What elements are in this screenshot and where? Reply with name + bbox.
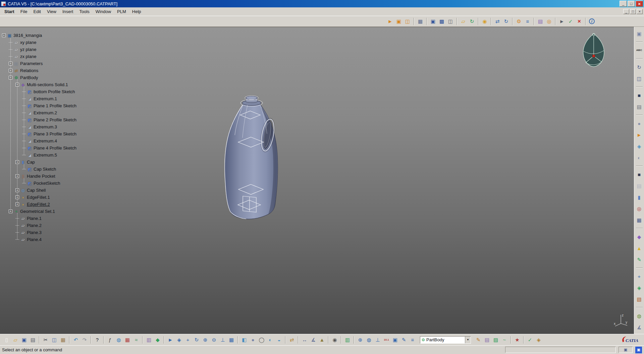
compass[interactable] — [580, 32, 608, 71]
compass-handle[interactable] — [593, 55, 595, 57]
apply-material-icon[interactable]: ◍ — [365, 336, 373, 344]
menu-insert[interactable]: Insert — [59, 8, 76, 15]
undo-icon[interactable]: ↶ — [72, 336, 80, 344]
tree-label[interactable]: Plane 2 Profile Sketch — [34, 117, 76, 122]
fit-all-in-icon[interactable]: ◈ — [175, 336, 183, 344]
tree-item[interactable]: ▱Plane.2 — [2, 222, 76, 229]
tree-item[interactable]: ◢Extremum.2 — [2, 109, 76, 116]
formula-icon[interactable]: ƒ — [106, 336, 114, 344]
mdi-restore-button[interactable]: □ — [630, 9, 636, 14]
tree-label[interactable]: Handle Pocket — [27, 174, 55, 179]
catalog-browser-icon[interactable]: ▤ — [536, 17, 544, 25]
redo-icon[interactable]: ↷ — [80, 336, 89, 344]
design-table-icon[interactable]: ▦ — [123, 336, 131, 344]
menu-view[interactable]: View — [44, 8, 59, 15]
pan-icon[interactable]: + — [184, 336, 192, 344]
abc-annotation-icon[interactable]: ABC — [635, 46, 643, 54]
annotate-icon[interactable]: ✎ — [400, 336, 408, 344]
tree-expander[interactable]: + — [9, 69, 12, 72]
fly-mode-icon[interactable]: ► — [166, 336, 174, 344]
tree-label[interactable]: PocketSketch — [34, 181, 60, 186]
tree-item[interactable]: +▤Parameters — [2, 60, 76, 67]
mdi-minimize-button[interactable]: _ — [623, 9, 629, 14]
tree-item[interactable]: +◗EdgeFillet.1 — [2, 194, 76, 201]
mdi-close-button[interactable]: × — [637, 9, 643, 14]
preview-window-icon[interactable]: ◫ — [404, 17, 412, 25]
tree-label[interactable]: Plane.3 — [27, 230, 42, 235]
tree-item[interactable]: +◗EdgeFillet.2 — [2, 201, 76, 208]
graduations-icon[interactable]: ▥ — [343, 336, 352, 344]
axis-system-icon[interactable]: ⊥ — [374, 336, 382, 344]
insert-object-icon[interactable]: ⊕ — [356, 336, 364, 344]
status-command-field[interactable] — [505, 347, 616, 353]
law-icon[interactable]: ≈ — [132, 336, 140, 344]
tree-item[interactable]: ◢Extremum.5 — [2, 152, 76, 159]
wireframe-icon[interactable]: ◯ — [258, 336, 266, 344]
fullscreen-icon[interactable]: ▣ — [395, 17, 403, 25]
tree-expander[interactable]: + — [9, 210, 12, 213]
tree-label[interactable]: Plane 4 Profile Sketch — [34, 145, 76, 151]
decimal-display-icon[interactable]: 10.1 — [382, 336, 390, 344]
validate-icon[interactable]: ✓ — [567, 17, 575, 25]
menu-tools[interactable]: Tools — [76, 8, 92, 15]
tree-expander[interactable]: + — [15, 202, 19, 206]
tree-item[interactable]: ◩Plane 2 Profile Sketch — [2, 116, 76, 123]
target-icon[interactable]: ◎ — [635, 204, 643, 213]
sketcher-icon[interactable]: ✎ — [635, 255, 643, 263]
open-catalog-icon[interactable]: ▤ — [483, 336, 491, 344]
restore-button[interactable]: □ — [628, 1, 635, 7]
tree-label[interactable]: Extremum.2 — [34, 110, 57, 115]
tree-label[interactable]: PartBody — [20, 75, 38, 80]
minimize-button[interactable]: _ — [620, 1, 627, 7]
tree-label[interactable]: Plane 1 Profile Sketch — [34, 103, 76, 108]
tree-label[interactable]: xy plane — [20, 40, 36, 45]
menu-edit[interactable]: Edit — [31, 8, 44, 15]
tree-item[interactable]: ▱yz plane — [2, 46, 76, 53]
tree-label[interactable]: Multi-sections Solid.1 — [27, 82, 68, 87]
tree-item[interactable]: ▱Plane.4 — [2, 236, 76, 243]
settings-gear-icon[interactable]: ⚙ — [515, 17, 523, 25]
tree-expander[interactable]: + — [15, 195, 19, 199]
knowledge-inspector-icon[interactable]: ◍ — [115, 336, 123, 344]
window-layout-icon[interactable]: ▦ — [416, 17, 424, 25]
whats-this-icon[interactable]: ? — [93, 336, 101, 344]
info-icon[interactable]: i — [589, 18, 595, 24]
menu-start[interactable]: Start — [1, 8, 17, 15]
tree-item[interactable]: ◩Plane 1 Profile Sketch — [2, 102, 76, 109]
tree-label[interactable]: zx plane — [20, 54, 36, 59]
tree-item[interactable]: +▮Cap — [2, 159, 76, 166]
tree-expander[interactable]: + — [15, 174, 19, 178]
tree-label[interactable]: bottom Profile Sketch — [34, 89, 75, 94]
tree-item[interactable]: +▯Handle Pocket — [2, 173, 76, 180]
paste-icon[interactable]: ▦ — [59, 336, 67, 344]
hide-show-icon[interactable]: ◐ — [266, 336, 274, 344]
measure-angle-icon[interactable]: ∡ — [635, 323, 643, 331]
pencil-icon[interactable]: ✎ — [474, 336, 482, 344]
open-folder-icon[interactable]: ▱ — [11, 336, 19, 344]
shaded-sphere-icon[interactable]: ● — [635, 119, 643, 127]
measure-item-icon[interactable]: ∡ — [309, 336, 317, 344]
shapes-icon[interactable]: ◈ — [635, 284, 643, 292]
tree-label[interactable]: yz plane — [20, 47, 36, 52]
tree-label[interactable]: Relations — [20, 68, 38, 73]
lock-icon[interactable]: ◉ — [481, 17, 489, 25]
window-icon[interactable]: ▣ — [391, 336, 399, 344]
tree-expander[interactable]: + — [15, 160, 19, 164]
tool-combo[interactable]: ⚙ PartBody ▼ — [420, 336, 471, 344]
catalog-icon[interactable]: ▥ — [145, 336, 153, 344]
tree-label[interactable]: Extremum.3 — [34, 124, 57, 129]
tree-label[interactable]: Plane 3 Profile Sketch — [34, 131, 76, 136]
tree-item[interactable]: ◩bottom Profile Sketch — [2, 88, 76, 95]
add-point-icon[interactable]: + — [635, 272, 643, 280]
loft-icon[interactable]: ◆ — [635, 233, 643, 241]
zoom-in-icon[interactable]: ⊕ — [201, 336, 209, 344]
select-pointer-icon[interactable]: ► — [558, 17, 566, 25]
expert-check-icon[interactable]: ◆ — [154, 336, 162, 344]
paint-icon[interactable]: ▨ — [492, 336, 500, 344]
tree-expander[interactable]: + — [15, 83, 19, 86]
tree-label[interactable]: Plane.4 — [27, 237, 42, 242]
tree-item[interactable]: +⇄Relations — [2, 67, 76, 74]
build-icon[interactable]: ◈ — [535, 336, 543, 344]
normal-view-icon[interactable]: ⊥ — [219, 336, 227, 344]
rotate-view-icon[interactable]: ↻ — [635, 63, 643, 71]
